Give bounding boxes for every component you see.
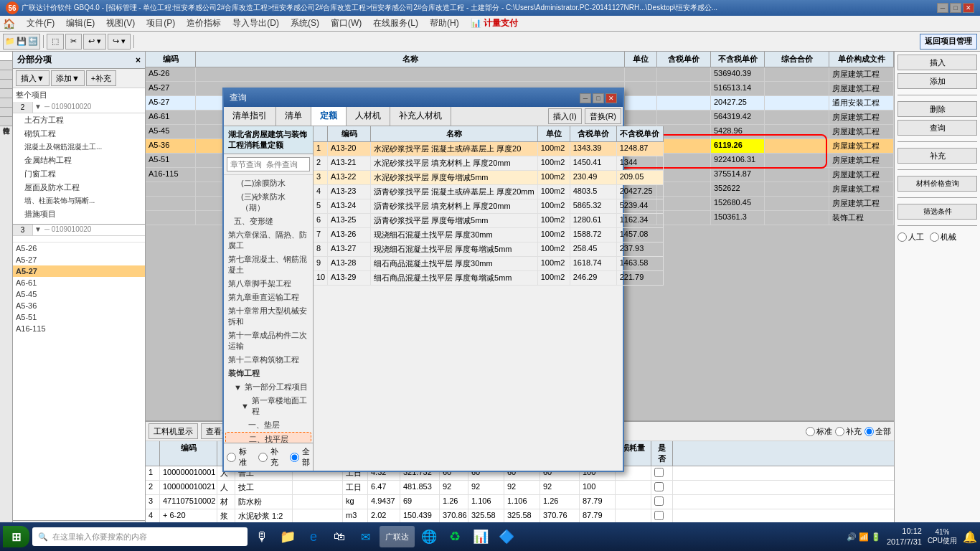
- menu-help[interactable]: 帮助(H): [424, 16, 465, 31]
- taskbar-search[interactable]: 🔍 在这里输入你要搜索的内容: [32, 527, 248, 546]
- radio-quanbu[interactable]: 全部: [864, 426, 891, 437]
- dialog-right-row[interactable]: 9 A13-28 细石商品混凝土找平层 厚度30mm 100m2 1618.74…: [314, 257, 664, 271]
- tree-item-tushifang[interactable]: 土石方工程: [13, 113, 145, 127]
- tree-code-a551[interactable]: A5-51: [13, 311, 145, 323]
- radio-biaojun[interactable]: 标准: [806, 426, 832, 437]
- dialog-insert-btn[interactable]: 插入(I): [548, 108, 581, 124]
- radio-jixie-input[interactable]: [930, 232, 939, 242]
- radio-quanbu-input[interactable]: [864, 427, 874, 436]
- dialog-right-row[interactable]: 1 A13-20 水泥砂浆找平层 混凝土或碎基层上 厚度20 100m2 134…: [314, 142, 664, 156]
- taskbar-app-green[interactable]: ♻: [443, 526, 466, 547]
- tab-rencaiji[interactable]: 人材机: [347, 107, 390, 126]
- toolbar-cut[interactable]: ✂: [65, 34, 82, 50]
- tree-code-a527-1[interactable]: A5-27: [13, 254, 145, 265]
- taskbar-app-extra2[interactable]: 🔷: [495, 526, 518, 547]
- notification-icon[interactable]: 🔔: [963, 530, 977, 544]
- bottom-row[interactable]: 2 100000010021 人 技工 工日 6.47 481.853 92 9…: [146, 481, 894, 495]
- tab-feiyong[interactable]: 费用汇总: [0, 98, 12, 108]
- menu-project[interactable]: 项目(P): [141, 16, 181, 31]
- taskbar-app-chrome[interactable]: 🌐: [418, 526, 440, 547]
- taskbar-app-cortana[interactable]: 🎙: [250, 526, 273, 547]
- supplement-right-btn[interactable]: 补充: [897, 148, 977, 164]
- tab-fenbufenxiang[interactable]: 分部分项: [0, 61, 12, 70]
- dialog-right-row[interactable]: 2 A13-21 水泥砂浆找平层 填充材料上 厚度20mm 100m2 1450…: [314, 156, 664, 171]
- tree-item-chapter12[interactable]: 第十二章构筑物工程: [225, 353, 311, 367]
- dialog-replace-btn[interactable]: 普换(R): [585, 108, 621, 124]
- bottom-row[interactable]: 3 471107510002 材 防水粉 kg 4.9437 69 1.26 1…: [146, 495, 894, 509]
- return-project-btn[interactable]: 返回项目管理: [920, 34, 977, 50]
- tree-code-a16115[interactable]: A16-115: [13, 323, 145, 334]
- tree-item-shajia[interactable]: (三)砂浆防水（期）: [225, 190, 311, 215]
- taskbar-app-edge[interactable]: e: [302, 526, 325, 547]
- toolbar-redo[interactable]: ↪ ▾: [108, 34, 131, 50]
- tree-item-tumo[interactable]: (二)涂膜防水: [225, 176, 311, 190]
- tree-item-chapter7[interactable]: 第七章混凝土、钢筋混凝土: [225, 253, 311, 277]
- dialog-right-row[interactable]: 3 A13-22 水泥砂浆找平层 厚度每增减5mm 100m2 230.49 2…: [314, 171, 664, 185]
- radio-rengong[interactable]: 人工: [897, 232, 924, 242]
- radio-biaojun-d[interactable]: [227, 453, 236, 462]
- tree-item-menchuang[interactable]: 门窗工程: [13, 167, 145, 181]
- radio-buchong-input[interactable]: [835, 427, 844, 436]
- minimize-btn[interactable]: ─: [937, 3, 948, 13]
- menu-import[interactable]: 导入导出(D): [227, 16, 285, 31]
- menu-window[interactable]: 窗口(W): [325, 16, 367, 31]
- dialog-right-row[interactable]: 8 A13-27 现浇细石混凝土找平层 厚度每增减5mm 100m2 258.4…: [314, 242, 664, 257]
- tree-item-zhaopinglayer[interactable]: 二、找平层: [225, 432, 311, 443]
- tab-dinge[interactable]: 定额: [311, 107, 347, 126]
- toolbar-more[interactable]: ⬚: [47, 34, 64, 50]
- radio-quanbu-dialog[interactable]: 全部: [290, 446, 310, 468]
- add-right-btn[interactable]: 添加: [897, 73, 977, 89]
- tree-code-a545[interactable]: A5-45: [13, 288, 145, 300]
- radio-rengong-input[interactable]: [897, 232, 907, 242]
- menu-online[interactable]: 在线服务(L): [367, 16, 424, 31]
- radio-jixie[interactable]: 机械: [930, 232, 956, 242]
- taskbar-app-store[interactable]: 🛍: [328, 526, 351, 547]
- tab-qingdan[interactable]: 清单: [276, 107, 311, 126]
- menu-file[interactable]: 文件(F): [21, 16, 60, 31]
- dialog-right-row[interactable]: 10 A13-29 细石商品混凝土找平层 厚度每增减5mm 100m2 246.…: [314, 271, 664, 286]
- filter-btn[interactable]: 筛选条件: [897, 204, 977, 220]
- tab-buchong-rencaiji[interactable]: 补充人材机: [390, 107, 451, 126]
- supplement-btn[interactable]: +补充: [86, 70, 116, 86]
- radio-biaojun-input[interactable]: [806, 427, 815, 436]
- dialog-right-row[interactable]: 6 A13-25 沥青砂浆找平层 厚度每增减5mm 100m2 1280.61 …: [314, 214, 664, 228]
- taskbar-app-gbq[interactable]: 广联达: [380, 526, 415, 547]
- tree-item-hntgjj[interactable]: 混凝土及钢筋混凝土工...: [13, 141, 145, 154]
- tree-row-2[interactable]: ▼ ─ 0109010020: [33, 225, 145, 234]
- tree-item-qizhu[interactable]: 砌筑工程: [13, 127, 145, 141]
- dialog-restore-btn[interactable]: □: [593, 93, 604, 103]
- taskbar-clock[interactable]: 10:12 2017/7/31: [887, 526, 922, 548]
- tree-item-wumian[interactable]: 屋面及防水工程: [13, 181, 145, 194]
- bottom-row[interactable]: 4 + 6-20 浆 水泥砂浆 1:2 m3 2.02 150.439 370.…: [146, 509, 894, 524]
- add-btn[interactable]: 添加▼: [51, 70, 85, 86]
- delete-right-btn[interactable]: 删除: [897, 101, 977, 117]
- tree-code-a526[interactable]: A5-26: [13, 242, 145, 254]
- row-checkbox[interactable]: [654, 482, 664, 491]
- dialog-minimize-btn[interactable]: ─: [580, 93, 591, 103]
- tree-item-bianxing[interactable]: 五、变形缝: [225, 215, 311, 228]
- tree-item-zhuangshi[interactable]: 装饰工程: [225, 367, 311, 380]
- tree-item-chapter10[interactable]: 第十章常用大型机械安拆和: [225, 304, 311, 329]
- material-price-btn[interactable]: 材料价格查询: [897, 176, 977, 192]
- insert-right-btn[interactable]: 插入: [897, 55, 977, 70]
- tab-baobiao[interactable]: 报表: [0, 108, 12, 117]
- menu-pricing[interactable]: 造价指标: [181, 16, 227, 31]
- taskbar-app-extra[interactable]: 📊: [469, 526, 492, 547]
- tree-item-chapter9[interactable]: 第九章垂直运输工程: [225, 291, 311, 304]
- toolbar-undo[interactable]: ↩ ▾: [83, 34, 106, 50]
- tree-item-root[interactable]: 整个项目: [13, 88, 145, 102]
- row-checkbox[interactable]: [654, 496, 664, 506]
- menu-view[interactable]: 视图(V): [100, 16, 141, 31]
- tree-item-cuoshi[interactable]: 措施项目: [13, 207, 145, 221]
- close-btn[interactable]: ✕: [963, 3, 974, 13]
- tree-item-jiashu[interactable]: 金属结构工程: [13, 154, 145, 167]
- tab-rencaiji[interactable]: 人材机汇总: [0, 89, 12, 98]
- radio-quanbu-d[interactable]: [290, 453, 299, 462]
- tree-item-zhuangshi[interactable]: 墙、柱面装饰与隔断...: [13, 194, 145, 207]
- restore-btn[interactable]: □: [950, 3, 961, 13]
- radio-buchong-dialog[interactable]: 补充: [258, 446, 278, 468]
- menu-system[interactable]: 系统(S): [285, 16, 325, 31]
- dialog-right-row[interactable]: 5 A13-24 沥青砂浆找平层 填充材料上 厚度20mm 100m2 5865…: [314, 199, 664, 214]
- tree-row-1[interactable]: ▼ ─ 0109010020: [33, 102, 145, 111]
- dialog-search-input[interactable]: [227, 157, 310, 171]
